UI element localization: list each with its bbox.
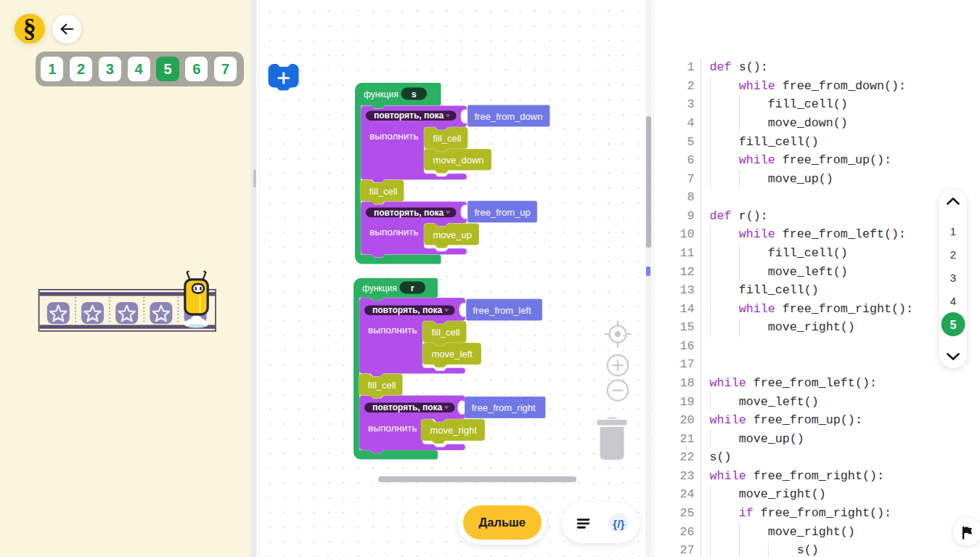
svg-text:free_from_up: free_from_up <box>475 207 531 218</box>
svg-text:fill_cell: fill_cell <box>432 327 460 338</box>
svg-text:повторять, пока: повторять, пока <box>374 110 444 121</box>
svg-text:выполнить: выполнить <box>369 227 419 237</box>
svg-text:повторять, пока: повторять, пока <box>372 305 443 315</box>
svg-text:free_from_left: free_from_left <box>473 305 532 316</box>
svg-text:fill_cell: fill_cell <box>433 133 462 144</box>
svg-text:функция: функция <box>364 89 399 99</box>
svg-text:move_up: move_up <box>433 229 472 240</box>
svg-text:move_right: move_right <box>430 425 478 436</box>
svg-text:повторять, пока: повторять, пока <box>372 402 443 412</box>
svg-text:s: s <box>412 89 417 99</box>
svg-text:free_from_right: free_from_right <box>472 402 536 413</box>
svg-text:выполнить: выполнить <box>368 423 417 434</box>
svg-text:выполнить: выполнить <box>369 131 419 142</box>
svg-text:fill_cell: fill_cell <box>369 186 398 197</box>
svg-text:выполнить: выполнить <box>368 325 417 336</box>
svg-text:move_down: move_down <box>433 155 484 166</box>
svg-text:fill_cell: fill_cell <box>368 380 396 391</box>
svg-text:5: 5 <box>950 319 957 331</box>
svg-text:move_left: move_left <box>432 349 473 359</box>
svg-text:r: r <box>411 283 415 293</box>
svg-text:функция: функция <box>362 283 397 293</box>
svg-text:free_from_down: free_from_down <box>475 111 543 122</box>
svg-text:{/}: {/} <box>613 517 624 529</box>
svg-text:повторять, пока: повторять, пока <box>374 208 444 218</box>
